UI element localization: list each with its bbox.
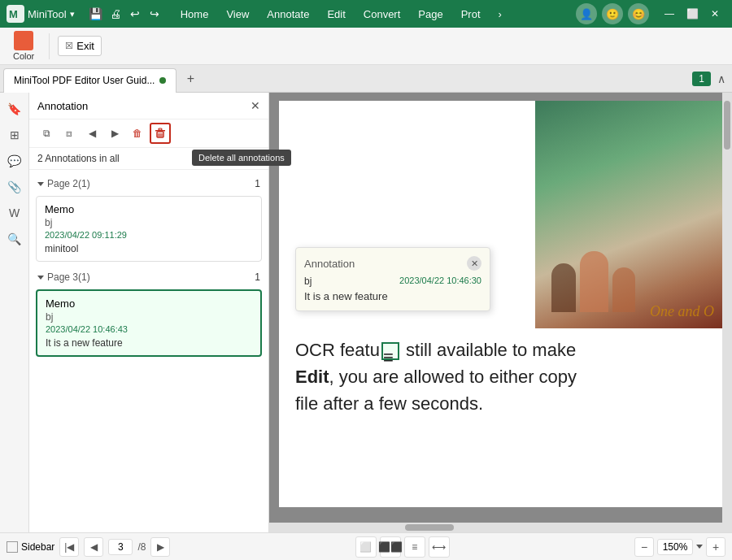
save-icon[interactable]: 💾 — [88, 6, 104, 22]
expand-all-button[interactable]: ⧈ — [59, 123, 80, 144]
page-number-input[interactable] — [108, 539, 133, 555]
menu-view[interactable]: View — [218, 5, 257, 24]
comment-icon[interactable]: 💬 — [3, 150, 26, 172]
delete-all-tooltip: Delete all annotations — [192, 150, 291, 166]
fit-width-btn[interactable]: ⟷ — [429, 536, 450, 558]
attachment-icon[interactable]: 📎 — [3, 176, 26, 198]
panel-title: Annotation — [37, 100, 88, 112]
page-2-header[interactable]: Page 2(1) 1 — [36, 175, 262, 193]
menu-prot[interactable]: Prot — [453, 5, 489, 24]
app-dropdown[interactable]: ▾ — [70, 9, 75, 20]
word-icon[interactable]: W — [3, 202, 26, 224]
float-ann-close-button[interactable]: ✕ — [467, 256, 481, 271]
float-annotation-popup: Annotation ✕ bj 2023/04/22 10:46:30 It i… — [295, 247, 490, 311]
menu-bar: Home View Annotate Edit Convert Page Pro… — [172, 5, 576, 24]
zoom-in-button[interactable]: + — [706, 537, 725, 557]
color-button[interactable]: Color — [7, 28, 41, 64]
redo-icon[interactable]: ↪ — [146, 6, 163, 22]
vertical-scrollbar[interactable] — [722, 93, 732, 532]
horizontal-scrollbar[interactable] — [269, 523, 722, 532]
page-3-count: 1 — [255, 271, 260, 283]
prev-button[interactable]: ◀ — [81, 123, 102, 144]
toolbar: Color ☒ Exit — [0, 28, 732, 65]
pdf-area: One and O Annotation ✕ bj 20 — [269, 93, 732, 532]
card-2-content: It is a new feature — [46, 337, 252, 349]
page-3-header[interactable]: Page 3(1) 1 — [36, 268, 262, 286]
page-3-label: Page 3(1) — [47, 271, 90, 283]
pdf-scroll[interactable]: One and O Annotation ✕ bj 20 — [269, 93, 732, 532]
menu-home[interactable]: Home — [172, 5, 217, 24]
single-page-btn[interactable]: ⬜ — [355, 536, 377, 558]
main-area: 🔖 ⊞ 💬 📎 W 🔍 Annotation ✕ ⧉ ⧈ ◀ ▶ 🗑 — [0, 93, 732, 532]
zoom-out-button[interactable]: − — [634, 537, 654, 557]
user-avatar[interactable]: 🙂 — [602, 3, 623, 24]
scrollbar-thumb[interactable] — [724, 101, 730, 150]
horizontal-scrollbar-thumb[interactable] — [405, 524, 454, 531]
collapse-all-button[interactable]: ⧉ — [36, 123, 57, 144]
menu-annotate[interactable]: Annotate — [259, 5, 317, 24]
page-2-header-left: Page 2(1) — [37, 178, 90, 189]
collapse-icon — [37, 182, 44, 186]
collapse-icon-2 — [37, 276, 44, 280]
sidebar-toggle[interactable]: Sidebar — [7, 541, 54, 553]
grid-icon[interactable]: ⊞ — [3, 124, 26, 146]
app-logo: M — [7, 5, 24, 23]
maximize-button[interactable]: ⬜ — [682, 5, 703, 23]
bottombar: Sidebar |◀ ◀ /8 ▶ ⬜ ⬛⬛ ≡ ⟷ − 150% + — [0, 532, 732, 560]
delete-button[interactable]: 🗑 — [127, 123, 148, 144]
minimize-button[interactable]: — — [659, 5, 680, 23]
tabbar-expand-button[interactable]: ∧ — [714, 71, 729, 87]
float-ann-date: 2023/04/22 10:46:30 — [399, 276, 481, 287]
ocr-inline-icon: ≡ — [381, 342, 399, 360]
emoji-btn[interactable]: 😊 — [628, 3, 649, 24]
next-button[interactable]: ▶ — [104, 123, 125, 144]
undo-icon[interactable]: ↩ — [127, 6, 143, 22]
exit-button[interactable]: ☒ Exit — [58, 36, 102, 56]
two-page-btn[interactable]: ⬛⬛ — [380, 536, 401, 558]
zoom-dropdown-icon[interactable] — [696, 545, 703, 549]
tabbar: MiniTool PDF Editor User Guid... + 1 ∧ — [0, 65, 732, 93]
pdf-page: One and O Annotation ✕ bj 20 — [279, 101, 722, 507]
float-ann-meta: bj 2023/04/22 10:46:30 — [304, 276, 481, 287]
panel-close-button[interactable]: ✕ — [251, 99, 260, 112]
svg-text:M: M — [9, 8, 18, 20]
tab-label: MiniTool PDF Editor User Guid... — [14, 75, 155, 86]
annotation-card-1[interactable]: Memo bj 2023/04/22 09:11:29 minitool — [36, 196, 262, 262]
toolbar-separator — [49, 33, 50, 59]
color-label: Color — [13, 51, 34, 61]
page-total: /8 — [137, 541, 146, 553]
menu-edit[interactable]: Edit — [319, 5, 353, 24]
image-placeholder: One and O — [535, 101, 722, 328]
panel-toolbar: ⧉ ⧈ ◀ ▶ 🗑 — [29, 119, 268, 148]
card-1-title: Memo — [45, 203, 253, 215]
add-tab-button[interactable]: + — [180, 68, 201, 89]
file-icons: 💾 🖨 ↩ ↪ — [88, 6, 163, 22]
menu-more[interactable]: › — [490, 5, 510, 24]
print-icon[interactable]: 🖨 — [107, 6, 124, 22]
sidebar-label: Sidebar — [21, 541, 54, 553]
delete-all-button[interactable] — [150, 123, 171, 144]
menu-convert[interactable]: Convert — [355, 5, 409, 24]
pdf-tab[interactable]: MiniTool PDF Editor User Guid... — [3, 68, 176, 93]
card-1-content: minitool — [45, 243, 253, 254]
card-2-date: 2023/04/22 10:46:43 — [46, 324, 252, 334]
scroll-page-btn[interactable]: ≡ — [404, 536, 425, 558]
titlebar-right: 👤 🙂 😊 — ⬜ ✕ — [576, 3, 725, 24]
sidebar-checkbox[interactable] — [7, 541, 18, 553]
menu-page[interactable]: Page — [410, 5, 451, 24]
prev-page-button[interactable]: ◀ — [84, 537, 103, 557]
page-badge: 1 — [692, 72, 711, 86]
page-3-section: Page 3(1) 1 Memo bj 2023/04/22 10:46:43 … — [36, 268, 262, 357]
first-page-button[interactable]: |◀ — [59, 537, 79, 557]
page-2-label: Page 2(1) — [47, 178, 90, 189]
window-controls: — ⬜ ✕ — [659, 5, 725, 23]
pdf-image: One and O — [535, 101, 722, 328]
search-icon[interactable]: 🔍 — [3, 228, 26, 250]
next-page-button[interactable]: ▶ — [150, 537, 170, 557]
annotation-card-2[interactable]: Memo bj 2023/04/22 10:46:43 It is a new … — [36, 289, 262, 357]
account-circle[interactable]: 👤 — [576, 3, 597, 24]
bookmark-icon[interactable]: 🔖 — [3, 98, 26, 120]
exit-icon: ☒ — [65, 41, 73, 51]
close-button[interactable]: ✕ — [704, 5, 725, 23]
card-1-date: 2023/04/22 09:11:29 — [45, 230, 253, 240]
